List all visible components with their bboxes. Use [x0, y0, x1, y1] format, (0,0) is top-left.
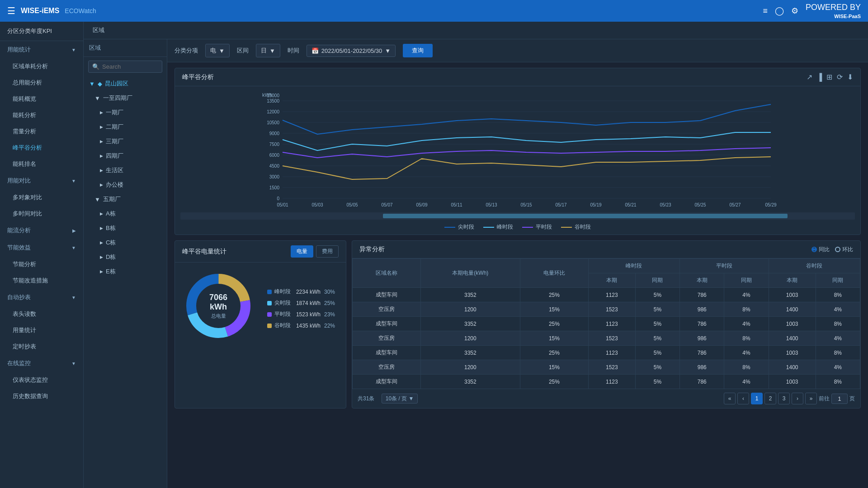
goto-input[interactable]	[831, 394, 848, 404]
sidebar-item-scheduled-meter[interactable]: 定时抄表	[0, 338, 83, 355]
legend-peak: 峰时段	[483, 223, 513, 231]
powered-by: POWERED BY WISE-PaaS	[806, 2, 861, 19]
donut-chart: 7066 kWh 总电量	[182, 270, 255, 342]
th-peak-cur: 本期	[588, 273, 635, 288]
menu-icon[interactable]: ≡	[763, 6, 768, 16]
user-icon[interactable]: ◯	[775, 6, 784, 16]
search-box[interactable]: 🔍	[88, 61, 162, 73]
sidebar-item-usage-stats[interactable]: 用量统计	[0, 322, 83, 338]
sidebar-item-multi-time[interactable]: 多时间对比	[0, 206, 83, 222]
chart-scrollbar[interactable]	[180, 212, 855, 220]
sidebar-group-energy-saving[interactable]: 节能效益 ▼	[0, 239, 83, 256]
cell-name: 空压房	[353, 302, 421, 317]
sidebar-item-multi-object[interactable]: 多对象对比	[0, 189, 83, 206]
page-3-btn[interactable]: 3	[778, 393, 790, 404]
sidebar-group-energy-flow[interactable]: 能流分析 ▶	[0, 222, 83, 239]
cell-flat-prev: 8%	[724, 302, 769, 317]
cell-ratio: 15%	[520, 331, 589, 346]
cell-flat-cur: 786	[680, 346, 724, 360]
gear-icon[interactable]: ⚙	[791, 6, 798, 16]
tree-node-d[interactable]: ▶ D栋	[84, 250, 167, 264]
peak-valley-chart-panel: 峰平谷分析 ↗ ▐ ⊞ ⟳ ⬇	[175, 68, 861, 235]
sidebar-item-peak-valley[interactable]: 峰平谷分析	[0, 140, 83, 156]
category-select[interactable]: 电 ▼	[205, 44, 230, 57]
cell-current: 3352	[420, 375, 520, 389]
sidebar-item-total-energy[interactable]: 总用能分析	[0, 75, 83, 91]
tree-node-q2[interactable]: ▶ 二期厂	[84, 120, 167, 134]
sidebar-item-saving-measures[interactable]: 节能改造措施	[0, 272, 83, 289]
query-button[interactable]: 查询	[403, 44, 433, 57]
sidebar-item-unit-analysis[interactable]: 区域单耗分析	[0, 58, 83, 75]
sidebar-item-demand[interactable]: 需量分析	[0, 123, 83, 140]
tree-node-q5[interactable]: ▼ 五期厂	[84, 192, 167, 206]
radio-huanbi[interactable]: 环比	[835, 246, 853, 253]
page-2-btn[interactable]: 2	[764, 393, 776, 404]
trend-icon[interactable]: ↗	[807, 73, 812, 81]
tree-node-q3[interactable]: ▶ 三期厂	[84, 134, 167, 149]
refresh-icon[interactable]: ⟳	[837, 73, 843, 81]
tree-node-e[interactable]: ▶ E栋	[84, 264, 167, 279]
time-label: 时间	[288, 47, 299, 55]
sidebar-item-meter-head[interactable]: 表头读数	[0, 306, 83, 322]
interval-select[interactable]: 日 ▼	[256, 44, 280, 57]
tree-node-life[interactable]: ▶ 生活区	[84, 163, 167, 178]
cell-current: 3352	[420, 317, 520, 331]
legend-item-valley: 谷时段 1435 kWh 22%	[264, 320, 339, 331]
svg-text:3000: 3000	[269, 174, 280, 179]
svg-text:05/21: 05/21	[625, 202, 636, 207]
tree-node-a[interactable]: ▶ A栋	[84, 206, 167, 221]
tab-cost[interactable]: 费用	[316, 245, 339, 258]
tree-node-q1[interactable]: ▶ 一期厂	[84, 105, 167, 120]
tree-node-office[interactable]: ▶ 办公楼	[84, 178, 167, 192]
tree-node-b[interactable]: ▶ B栋	[84, 221, 167, 235]
cell-valley-prev: 8%	[816, 346, 860, 360]
sidebar-item-energy-saving-analysis[interactable]: 节能分析	[0, 256, 83, 272]
date-filter[interactable]: 📅 2022/05/01-2022/05/30 ▼	[307, 45, 396, 57]
th-current: 本期电量(kWh)	[420, 259, 520, 288]
sidebar-item-energy-overview[interactable]: 能耗概览	[0, 91, 83, 107]
table-footer: 共31条 10条 / 页 ▼ « ‹ 1 2 3	[352, 389, 860, 408]
pagination[interactable]: « ‹ 1 2 3 › » 前往 页	[724, 393, 855, 404]
area-label: 区域	[93, 26, 104, 34]
cell-flat-cur: 986	[680, 360, 724, 375]
download-icon[interactable]: ⬇	[847, 73, 853, 81]
sidebar-group-energy-compare[interactable]: 用能对比 ▼	[0, 172, 83, 189]
prev-page-btn[interactable]: ‹	[737, 393, 749, 404]
sidebar-item-energy-rank[interactable]: 能耗排名	[0, 156, 83, 172]
hamburger-icon[interactable]: ☰	[7, 5, 15, 16]
anomaly-panel: 异常分析 同比 环比	[352, 240, 861, 408]
bar-chart-icon[interactable]: ▐	[817, 73, 822, 81]
chart-legend: 尖时段 峰时段 平时段	[175, 220, 860, 235]
table-row: 空压房 1200 15% 1523 5% 986 8% 1400 4%	[353, 302, 860, 317]
tree-node-q1-4[interactable]: ▼ 一至四期厂	[84, 91, 167, 105]
legend-item-tip: 尖时段 1874 kWh 25%	[264, 297, 339, 309]
sidebar: 分区分类年度KPI 用能统计 ▼ 区域单耗分析 总用能分析 能耗概览 能耗分析 …	[0, 22, 84, 488]
sidebar-item-history-data[interactable]: 历史数据查询	[0, 388, 83, 404]
legend-item-flat: 平时段 1523 kWh 23%	[264, 309, 339, 320]
cell-name: 成型车间	[353, 288, 421, 302]
sidebar-item-energy-analysis[interactable]: 能耗分析	[0, 107, 83, 123]
tree-node-q4[interactable]: ▶ 四期厂	[84, 149, 167, 163]
sidebar-item-meter-status[interactable]: 仪表状态监控	[0, 372, 83, 388]
sidebar-group-auto-meter[interactable]: 自动抄表 ▼	[0, 289, 83, 306]
radio-tongbi[interactable]: 同比	[811, 246, 830, 253]
page-1-btn[interactable]: 1	[751, 393, 763, 404]
tree-node-c[interactable]: ▶ C栋	[84, 235, 167, 250]
last-page-btn[interactable]: »	[805, 393, 817, 404]
first-page-btn[interactable]: «	[724, 393, 736, 404]
cell-peak-prev: 5%	[635, 375, 679, 389]
th-peak-prev: 同期	[635, 273, 679, 288]
grid-icon[interactable]: ⊞	[826, 73, 832, 81]
tree-node-kunshan[interactable]: ▼ ◆ 昆山园区	[84, 76, 167, 91]
search-input[interactable]	[102, 63, 167, 70]
sidebar-group-online-monitor[interactable]: 在线监控 ▼	[0, 355, 83, 372]
th-valley-cur: 本期	[769, 273, 816, 288]
filter-bar: 区域	[84, 22, 868, 39]
cell-current: 1200	[420, 302, 520, 317]
sidebar-group-energy-stats[interactable]: 用能统计 ▼	[0, 41, 83, 58]
tab-electric[interactable]: 电量	[291, 245, 313, 258]
svg-text:05/01: 05/01	[277, 202, 288, 207]
next-page-btn[interactable]: ›	[792, 393, 803, 404]
cell-peak-prev: 5%	[635, 302, 679, 317]
cell-flat-cur: 986	[680, 302, 724, 317]
